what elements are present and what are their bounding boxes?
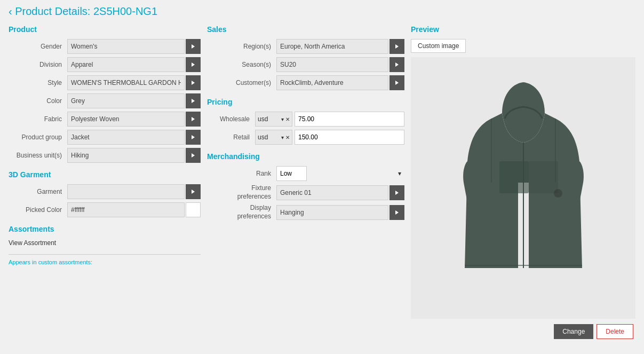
svg-marker-0	[192, 44, 195, 49]
picked-color-input[interactable]	[67, 202, 185, 217]
assortments-section: Assortments View Assortment Appears in c…	[9, 225, 201, 266]
wholesale-row: Wholesale usd ▾ ✕	[207, 112, 404, 127]
product-group-input[interactable]	[67, 130, 185, 145]
style-input[interactable]	[67, 75, 185, 90]
picked-color-row: Picked Color	[9, 202, 201, 217]
division-label: Division	[9, 61, 67, 68]
fixture-input[interactable]	[276, 185, 388, 200]
garment-row: Garment	[9, 184, 201, 199]
svg-rect-14	[499, 161, 529, 193]
svg-marker-5	[192, 135, 195, 139]
division-input[interactable]	[67, 57, 185, 72]
custom-image-button[interactable]: Custom image	[411, 39, 466, 53]
garment-arrow-btn[interactable]	[186, 184, 201, 199]
svg-marker-8	[395, 44, 399, 49]
svg-marker-4	[192, 117, 195, 121]
region-input[interactable]	[276, 39, 388, 54]
merchandising-section-title: Merchandising	[207, 152, 404, 161]
region-label: Region(s)	[207, 43, 276, 50]
left-panel: Product Gender Division	[9, 25, 201, 339]
style-row: Style	[9, 75, 201, 90]
business-unit-arrow-btn[interactable]	[186, 148, 201, 163]
fabric-input-wrap	[67, 112, 201, 127]
division-arrow-btn[interactable]	[186, 57, 201, 72]
pricing-section-title: Pricing	[207, 98, 404, 106]
season-label: Season(s)	[207, 61, 276, 68]
style-input-wrap	[67, 75, 201, 90]
garment-input[interactable]	[67, 184, 185, 199]
rank-select-wrap: Low Medium High	[276, 166, 404, 181]
display-label: Displaypreferences	[207, 204, 276, 221]
color-arrow-btn[interactable]	[186, 93, 201, 108]
picked-color-label: Picked Color	[9, 206, 67, 214]
svg-marker-1	[192, 62, 195, 67]
gender-arrow-btn[interactable]	[186, 39, 201, 54]
region-arrow-btn[interactable]	[389, 39, 404, 54]
svg-marker-12	[395, 210, 399, 215]
wholesale-currency-select[interactable]: usd ▾ ✕	[255, 112, 292, 127]
retail-input-group: usd ▾ ✕	[255, 130, 404, 145]
svg-marker-2	[192, 81, 195, 85]
display-input-wrap	[276, 205, 404, 220]
product-section-title: Product	[9, 25, 201, 34]
svg-marker-11	[395, 191, 399, 195]
business-unit-input[interactable]	[67, 148, 185, 163]
retail-price-input[interactable]	[295, 130, 404, 145]
rank-select[interactable]: Low Medium High	[276, 166, 307, 181]
wholesale-currency-label: usd	[258, 115, 268, 123]
color-input[interactable]	[67, 93, 185, 108]
display-row: Displaypreferences	[207, 204, 404, 221]
fabric-arrow-btn[interactable]	[186, 112, 201, 127]
view-assortment-link[interactable]: View Assortment	[9, 239, 56, 247]
color-input-wrap	[67, 93, 201, 108]
bottom-buttons: Change Delete	[411, 324, 635, 339]
product-group-arrow-btn[interactable]	[186, 130, 201, 145]
season-input[interactable]	[276, 57, 388, 72]
wholesale-input-group: usd ▾ ✕	[255, 112, 404, 127]
business-unit-label: Business unit(s)	[9, 152, 67, 159]
preview-section-title: Preview	[411, 25, 635, 34]
svg-marker-10	[395, 81, 399, 85]
custom-assortments-label: Appears in custom assortments:	[9, 259, 92, 265]
delete-button[interactable]: Delete	[597, 324, 633, 339]
customer-input-wrap	[276, 75, 404, 90]
business-unit-row: Business unit(s)	[9, 148, 201, 163]
customer-arrow-btn[interactable]	[389, 75, 404, 90]
color-row: Color	[9, 93, 201, 108]
product-image-area	[411, 57, 635, 319]
rank-row: Rank Low Medium High	[207, 166, 404, 181]
garment-3d-title: 3D Garment	[9, 170, 201, 179]
fixture-label: Fixturepreferences	[207, 184, 276, 201]
retail-label: Retail	[207, 133, 255, 141]
wholesale-price-input[interactable]	[295, 112, 404, 127]
page-wrapper: ‹ Product Details: 2S5H00-NG1 Product Ge…	[0, 0, 644, 354]
merchandising-section: Merchandising Rank Low Medium High Fixtu…	[207, 152, 404, 221]
svg-rect-15	[529, 161, 558, 193]
region-input-wrap	[276, 39, 404, 54]
svg-marker-9	[395, 62, 399, 67]
jacket-illustration	[459, 76, 587, 300]
gender-label: Gender	[9, 43, 67, 50]
gender-input[interactable]	[67, 39, 185, 54]
color-swatch[interactable]	[186, 202, 201, 217]
customer-row: Customer(s)	[207, 75, 404, 90]
retail-currency-label: usd	[258, 133, 268, 141]
fixture-arrow-btn[interactable]	[389, 185, 404, 200]
product-group-row: Product group	[9, 130, 201, 145]
change-button[interactable]: Change	[554, 324, 593, 339]
sales-section-title: Sales	[207, 25, 404, 34]
product-group-input-wrap	[67, 130, 201, 145]
style-arrow-btn[interactable]	[186, 75, 201, 90]
pricing-section: Pricing Wholesale usd ▾ ✕ Retail	[207, 98, 404, 145]
customer-input[interactable]	[276, 75, 388, 90]
assortments-title: Assortments	[9, 225, 201, 233]
display-input[interactable]	[276, 205, 388, 220]
fixture-input-wrap	[276, 185, 404, 200]
fabric-input[interactable]	[67, 112, 185, 127]
divider	[9, 254, 201, 255]
display-arrow-btn[interactable]	[389, 205, 404, 220]
retail-currency-select[interactable]: usd ▾ ✕	[255, 130, 292, 145]
svg-marker-7	[192, 190, 195, 194]
season-arrow-btn[interactable]	[389, 57, 404, 72]
garment-3d-section: 3D Garment Garment Picked Color	[9, 170, 201, 217]
